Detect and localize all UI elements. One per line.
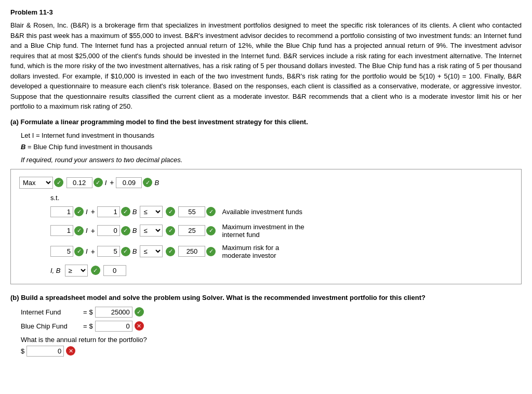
dollar-sign-1: $ bbox=[89, 308, 93, 316]
c2-coeff-I[interactable] bbox=[50, 225, 73, 236]
c3-check-B: ✓ bbox=[121, 247, 130, 256]
check-B-obj: ✓ bbox=[143, 178, 152, 187]
c1-operator[interactable]: ≤≥= bbox=[140, 206, 163, 218]
let-I-text: Let I = Internet fund investment in thou… bbox=[21, 130, 522, 141]
c2-check-rhs: ✓ bbox=[206, 226, 216, 235]
c1-check-I: ✓ bbox=[74, 207, 84, 216]
c1-coeff-I[interactable] bbox=[50, 206, 73, 217]
constraint-row-1: ✓ I + ✓ B ≤≥= ✓ ✓ Available investment f… bbox=[50, 206, 513, 218]
c3-check-rhs: ✓ bbox=[206, 247, 216, 256]
problem-body: Blair & Rosen, Inc. (B&R) is a brokerage… bbox=[10, 20, 522, 112]
nonnegativity-rhs[interactable] bbox=[103, 265, 126, 276]
blue-chip-label: Blue Chip Fund bbox=[21, 322, 83, 330]
c1-coeff-B[interactable] bbox=[97, 206, 120, 217]
part-b-section: (b) Build a spreadsheet model and solve … bbox=[10, 294, 522, 357]
c3-rhs[interactable] bbox=[178, 246, 205, 257]
annual-return-label: What is the annual return for the portfo… bbox=[21, 336, 522, 344]
c2-check-op: ✓ bbox=[166, 226, 175, 235]
c2-rhs[interactable] bbox=[178, 225, 205, 236]
internet-fund-input[interactable] bbox=[95, 307, 132, 318]
part-a-label: (a) Formulate a linear programming model… bbox=[10, 118, 522, 126]
blue-chip-check: ✕ bbox=[135, 321, 144, 331]
c2-label: Maximum investment in theinternet fund bbox=[222, 223, 304, 239]
c3-label: Maximum risk for amoderate investor bbox=[222, 244, 279, 259]
constraint-row-2: ✓ I + ✓ B ≤≥= ✓ ✓ Maximum investment in … bbox=[50, 223, 513, 239]
c3-check-I: ✓ bbox=[74, 247, 84, 256]
problem-title: Problem 11-3 bbox=[10, 8, 522, 16]
check-I-obj: ✓ bbox=[94, 178, 103, 187]
annual-return-check: ✕ bbox=[66, 346, 75, 356]
c1-check-rhs: ✓ bbox=[206, 207, 216, 216]
annual-return-row: $ ✕ bbox=[21, 346, 522, 357]
c1-label: Available investment funds bbox=[222, 208, 302, 216]
c1-check-B: ✓ bbox=[121, 207, 130, 216]
let-B-text: B = Blue Chip fund investment in thousan… bbox=[21, 141, 522, 153]
nonnegativity-vars: I, B bbox=[50, 267, 61, 274]
blue-chip-input[interactable] bbox=[95, 321, 132, 332]
nonnegativity-operator[interactable]: ≥≤= bbox=[65, 265, 88, 277]
nonnegativity-row: I, B ≥≤= ✓ bbox=[50, 265, 513, 277]
c2-coeff-B[interactable] bbox=[97, 225, 120, 236]
constraint-row-3: ✓ I + ✓ B ≤≥= ✓ ✓ Maximum risk for amode… bbox=[50, 244, 513, 259]
round-note: If required, round your answers to two d… bbox=[21, 156, 522, 164]
coeff-B-obj[interactable] bbox=[116, 177, 142, 188]
objective-direction-select[interactable]: Max Min bbox=[19, 177, 53, 189]
c2-operator[interactable]: ≤≥= bbox=[140, 225, 163, 237]
dollar-sign-2: $ bbox=[89, 322, 93, 330]
lp-model-box: Max Min ✓ ✓ I + ✓ B s.t. ✓ I + ✓ B ≤≥= ✓… bbox=[10, 169, 522, 284]
blue-chip-fund-row: Blue Chip Fund = $ ✕ bbox=[21, 321, 522, 332]
c3-operator[interactable]: ≤≥= bbox=[140, 245, 163, 257]
internet-fund-row: Internet Fund = $ ✓ bbox=[21, 307, 522, 318]
c3-coeff-B[interactable] bbox=[97, 246, 120, 257]
equals-sign-2: = bbox=[83, 322, 87, 330]
c3-coeff-I[interactable] bbox=[50, 246, 73, 257]
objective-row: Max Min ✓ ✓ I + ✓ B bbox=[19, 177, 513, 189]
coeff-I-obj[interactable] bbox=[66, 177, 92, 188]
internet-fund-check: ✓ bbox=[135, 307, 144, 317]
st-label: s.t. bbox=[50, 194, 513, 202]
c3-check-op: ✓ bbox=[166, 247, 175, 256]
c2-check-I: ✓ bbox=[74, 226, 84, 235]
equals-sign-1: = bbox=[83, 308, 87, 316]
c2-check-B: ✓ bbox=[121, 226, 130, 235]
part-b-label: (b) Build a spreadsheet model and solve … bbox=[10, 294, 522, 301]
nonnegativity-check: ✓ bbox=[91, 266, 100, 275]
check-obj: ✓ bbox=[54, 178, 63, 187]
dollar-sign-3: $ bbox=[21, 347, 24, 355]
internet-fund-label: Internet Fund bbox=[21, 308, 83, 316]
c1-rhs[interactable] bbox=[178, 206, 205, 217]
c1-check-op: ✓ bbox=[166, 207, 175, 216]
annual-return-input[interactable] bbox=[26, 346, 64, 357]
